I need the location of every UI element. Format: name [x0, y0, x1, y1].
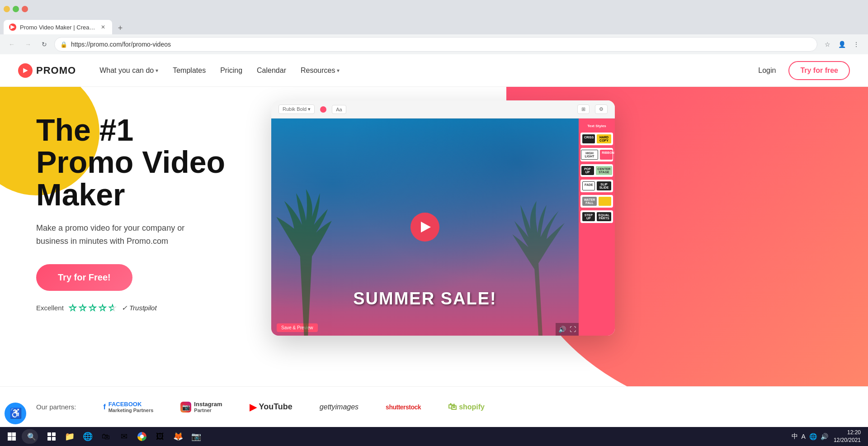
style-box-1: CRISS [582, 134, 595, 143]
svg-rect-2 [8, 432, 12, 437]
mockup-font-selector[interactable]: Rubik Bold ▾ [278, 104, 315, 114]
taskbar-search-button[interactable]: 🔍 [22, 429, 38, 444]
style-item-criss-cross[interactable]: CRISS HARD COPY [580, 133, 613, 145]
taskbar-camera-icon[interactable]: 📷 [188, 428, 204, 445]
star-2: ★ [78, 304, 87, 313]
taskbar-widgets-icon[interactable] [43, 428, 60, 445]
browser-toolbar: ← → ↻ 🔒 https://promo.com/for/promo-vide… [0, 34, 868, 54]
taskbar-mail-icon[interactable]: ✉ [116, 428, 132, 445]
maximize-button[interactable] [13, 6, 19, 12]
mockup-grid-tool[interactable]: ⊞ [577, 104, 590, 114]
mail-icon: ✉ [121, 432, 127, 441]
back-button[interactable]: ← [5, 38, 18, 51]
partner-youtube: ▶ YouTube [250, 402, 292, 413]
instagram-icon: 📷 [180, 402, 191, 413]
style-item-step-up[interactable]: STEP UP EQUAL PARTS [580, 210, 613, 223]
nav-calendar[interactable]: Calendar [251, 63, 292, 78]
partner-facebook: f FACEBOOK Marketing Partners [103, 401, 153, 413]
taskbar-tray: 中 A 🌐 🔊 12:20 12/20/2021 [792, 429, 864, 444]
edge-icon: 🌐 [83, 432, 93, 441]
address-bar[interactable]: 🔒 https://promo.com/for/promo-videos [54, 37, 817, 52]
youtube-icon: ▶ [250, 402, 256, 413]
site-logo[interactable]: PROMO [18, 63, 76, 78]
nav-resources[interactable]: Resources ▾ [295, 63, 345, 78]
browser-tab-active[interactable]: Promo Video Maker | Create C... ✕ [4, 20, 112, 34]
taskbar-photos-icon[interactable]: 🖼 [152, 428, 168, 445]
tab-close-button[interactable]: ✕ [99, 24, 107, 31]
taskbar-store-icon[interactable]: 🛍 [98, 428, 114, 445]
reload-button[interactable]: ↻ [38, 38, 51, 51]
style-item-waterfall[interactable]: WATER FALL [580, 195, 613, 208]
video-preview: SUMMER SALE! 🔊 ⛶ [271, 119, 579, 336]
svg-rect-7 [52, 432, 56, 436]
taskbar-edge-icon[interactable]: 🌐 [80, 428, 96, 445]
partner-shopify: 🛍 shopify [448, 402, 485, 412]
extensions-button[interactable]: ⋮ [850, 38, 863, 51]
tray-volume-icon[interactable]: 🔊 [821, 433, 828, 440]
try-for-free-button[interactable]: Try for free [788, 61, 850, 80]
accessibility-icon: ♿ [9, 408, 22, 419]
mockup-text-tool[interactable]: Aa [332, 105, 346, 114]
taskbar-chrome-icon[interactable] [134, 428, 150, 445]
style-preview-row-6: STEP UP EQUAL PARTS [582, 212, 611, 221]
start-button[interactable] [4, 428, 20, 445]
facebook-sub: Marketing Partners [108, 408, 154, 413]
bookmarks-button[interactable]: ☆ [821, 38, 834, 51]
hero-section: The #1 Promo Video Maker Make a promo vi… [0, 87, 868, 386]
text-styles-header: Text Styles [580, 122, 613, 130]
close-button[interactable] [22, 6, 28, 12]
logo-icon [18, 63, 33, 78]
fullscreen-icon[interactable]: ⛶ [570, 326, 576, 333]
window-controls [4, 6, 28, 12]
svg-rect-3 [12, 432, 16, 437]
star-4: ★ [98, 304, 107, 313]
hero-cta-button[interactable]: Try for Free! [36, 264, 132, 291]
palm-left-decoration [271, 177, 357, 336]
new-tab-button[interactable]: + [114, 22, 127, 34]
mockup-color-picker[interactable] [320, 106, 326, 113]
partner-instagram: 📷 Instagram Partner [180, 401, 222, 413]
nav-templates-label: Templates [173, 66, 206, 75]
nav-what-you-can-do[interactable]: What you can do ▾ [94, 63, 164, 78]
forward-button[interactable]: → [22, 38, 34, 51]
trustpilot-name: ✓ Trustpilot [122, 304, 157, 312]
tray-input-icon[interactable]: A [802, 433, 806, 440]
style-item-popup[interactable]: POP UP CENTER STAGE [580, 164, 613, 177]
style-item-highlight[interactable]: HIGH LIGHT RIBBON [580, 148, 613, 161]
partners-section: Our partners: f FACEBOOK Marketing Partn… [0, 386, 868, 427]
partner-getty: gettyimages [320, 403, 359, 411]
nav-actions: Login Try for free [753, 61, 850, 80]
site-navigation: PROMO What you can do ▾ Templates Pricin… [0, 54, 868, 87]
taskbar-clock[interactable]: 12:20 12/20/2021 [834, 429, 861, 444]
profile-button[interactable]: 👤 [835, 38, 848, 51]
video-play-button[interactable] [410, 213, 439, 242]
tray-language-icon[interactable]: 中 [792, 432, 798, 441]
mockup-settings-tool[interactable]: ⚙ [595, 104, 608, 114]
windows-taskbar: 🔍 📁 🌐 🛍 ✉ 🖼 [0, 427, 868, 446]
windows-logo-icon [7, 432, 16, 441]
nav-templates[interactable]: Templates [167, 63, 211, 78]
nav-pricing[interactable]: Pricing [215, 63, 248, 78]
instagram-sub: Partner [194, 408, 222, 413]
taskbar-date: 12/20/2021 [834, 437, 861, 444]
svg-rect-9 [52, 437, 56, 441]
volume-icon[interactable]: 🔊 [558, 326, 566, 333]
style-item-fade[interactable]: FADE SLIP SLIDE [580, 180, 613, 192]
activate-windows-notice: Activate Windows Go to Settings to activ… [746, 407, 832, 423]
style-box-4: RIBBON [600, 150, 613, 160]
login-button[interactable]: Login [753, 63, 781, 78]
accessibility-button[interactable]: ♿ [5, 403, 26, 424]
taskbar-firefox-icon[interactable]: 🦊 [170, 428, 186, 445]
widgets-icon [47, 432, 56, 441]
explorer-icon: 📁 [65, 432, 75, 441]
style-box-12: EQUAL PARTS [597, 212, 611, 221]
facebook-icon: f [103, 403, 105, 411]
taskbar-explorer-icon[interactable]: 📁 [61, 428, 78, 445]
minimize-button[interactable] [4, 6, 10, 12]
style-preview-row-3: POP UP CENTER STAGE [581, 166, 613, 175]
tray-network-icon[interactable]: 🌐 [809, 433, 817, 440]
mockup-right-sidebar: Text Styles CRISS HARD COPY HIGH LIGHT [579, 119, 615, 336]
mockup-main-area: SUMMER SALE! 🔊 ⛶ [271, 119, 579, 336]
tab-favicon [9, 24, 16, 31]
hero-heading: The #1 Promo Video Maker [36, 114, 244, 211]
